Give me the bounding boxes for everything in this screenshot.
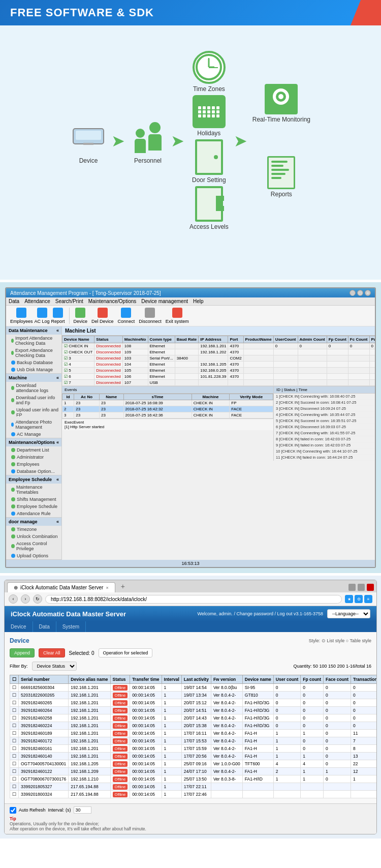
sidebar-upload-opts[interactable]: Upload Options (6, 552, 61, 559)
menu-icon[interactable]: ≡ (364, 595, 372, 603)
col-machine-no: MachineNo (122, 336, 148, 343)
table-row[interactable]: ☑ CHECK OUT Disconnected 109Ethernet 192… (62, 349, 375, 355)
minimize-btn[interactable]: _ (350, 290, 356, 296)
menu-data[interactable]: Data (9, 298, 19, 304)
sidebar-machine-header[interactable]: Machine« (6, 374, 61, 382)
web-table-row[interactable]: ☐3929182460265192.168.1.201 Offline 00:0… (10, 699, 377, 707)
sidebar-timetables[interactable]: Maintenance Timetables (6, 484, 61, 496)
refresh-btn[interactable]: ↻ (33, 594, 42, 604)
menu-device[interactable]: Device management (141, 298, 188, 304)
web-table-row[interactable]: ☐3929182460172192.168.1.201 Offline 00:0… (10, 737, 377, 745)
sidebar-maintenance-header[interactable]: Maintenance/Options« (6, 438, 61, 446)
browser-tab-active[interactable]: ⊕ iClock Automatic Data Master Server × (7, 582, 115, 592)
table-row[interactable]: ☑ CHECK IN Disconnected 108Ethernet 192.… (62, 343, 375, 349)
log-entry-5: 5 [CHECK IN] Succeed in conn: 16:35:51 0… (274, 418, 375, 424)
log-entry-8: 8 [CHECK IN] failed in conn: 16:42:03 07… (274, 436, 375, 442)
event-row[interactable]: 223232018-07-25 16:42:32CHECK INFACE (62, 406, 273, 412)
menu-maintenance[interactable]: Maintenance/Options (88, 298, 137, 304)
clear-all-btn[interactable]: Clear All (39, 648, 65, 657)
restore-browser[interactable] (358, 584, 365, 591)
device-btn[interactable]: Device (74, 308, 88, 324)
table-row[interactable]: ☑ 3 Disconnected 103Serial Port/...38400… (62, 355, 375, 362)
sidebar-usb[interactable]: Usb Disk Manage (6, 366, 61, 373)
filter-select[interactable]: Device Status (32, 662, 77, 671)
menu-attendance[interactable]: Attendance (24, 298, 50, 304)
sidebar-attendance-rule[interactable]: Attendance Rule (6, 510, 61, 517)
star-icon[interactable]: ★ (345, 595, 353, 603)
style-options: Style: ⊙ List style ○ Table style (309, 638, 371, 643)
sidebar-ac[interactable]: AC Manage (6, 431, 61, 438)
selected-count: Selected: 0 (69, 650, 94, 656)
table-row[interactable]: ☑ 4 Disconnected 104Ethernet 192.168.1.2… (62, 362, 375, 368)
web-table-row[interactable]: ☐3929182460161192.168.1.201 Offline 00:0… (10, 745, 377, 753)
sidebar-dept[interactable]: Department List (6, 446, 61, 454)
web-table-row[interactable]: ☐OGT708006707300176192.168.1.210 Offline… (10, 775, 377, 783)
sidebar-door-header[interactable]: door manage« (6, 518, 61, 526)
sidebar-download-logs[interactable]: Download attendance logs (6, 382, 61, 394)
table-row[interactable]: ☑ 7 Disconnected 107USB 3204 (62, 380, 375, 386)
sidebar-upload-user[interactable]: Upload user info and FP (6, 406, 61, 418)
web-table-row[interactable]: ☐3929182460140192.168.1.201 Offline 00:0… (10, 753, 377, 760)
report-tab[interactable]: Report (51, 308, 65, 324)
forward-btn[interactable]: › (21, 594, 30, 604)
sidebar-shifts[interactable]: Shifts Management (6, 496, 61, 503)
close-btn[interactable]: × (365, 290, 371, 296)
url-input[interactable] (45, 595, 342, 604)
sidebar-emp-schedule[interactable]: Employee Schedule (6, 503, 61, 510)
del-device-btn[interactable]: Del Device (91, 308, 114, 324)
language-select[interactable]: --Language-- (327, 609, 370, 618)
tab-close[interactable]: × (106, 585, 108, 590)
sidebar-emp-schedule-header[interactable]: Employee Schedule« (6, 475, 61, 484)
menu-help[interactable]: Help (193, 298, 204, 304)
employees-tab[interactable]: Employees (10, 308, 33, 324)
web-table-row[interactable]: ☐3399201800324217.65.194.88 Offline 00:0… (10, 791, 377, 798)
web-table-row[interactable]: ☐3929182460189192.168.1.201 Offline 00:0… (10, 730, 377, 737)
web-nav-data[interactable]: Data (33, 621, 56, 632)
exit-system-btn[interactable]: Exit system (166, 308, 189, 324)
auto-refresh-checkbox[interactable] (10, 807, 16, 814)
disconnect-btn[interactable]: Disconnect (139, 308, 162, 324)
minimize-browser[interactable] (348, 584, 356, 591)
web-table-row[interactable]: ☐3929182460122192.168.1.209 Offline 00:0… (10, 768, 377, 775)
sidebar-access-priv[interactable]: Access Control Privilege (6, 540, 61, 552)
aclog-tab[interactable]: AC Log (35, 308, 50, 324)
sidebar-export[interactable]: Export Attendance Checking Data (6, 347, 61, 359)
event-row[interactable]: 123232018-07-25 16:08:39CHECK INFP (62, 400, 273, 406)
center-item-reports: Reports (267, 156, 295, 198)
append-btn[interactable]: Append (10, 648, 35, 657)
web-table-row[interactable]: ☐3399201805327217.65.194.88 Offline 00:0… (10, 783, 377, 791)
new-tab-btn[interactable]: + (117, 580, 129, 592)
sidebar-employees[interactable]: Employees (6, 461, 61, 468)
web-table-row[interactable]: ☐66691825600304192.168.1.201 Offline 00:… (10, 684, 377, 692)
web-table-row[interactable]: ☐3929182460258192.168.1.201 Offline 00:0… (10, 714, 377, 722)
sidebar-import[interactable]: Import Attendance Checking Data (6, 335, 61, 347)
title-bar-buttons[interactable]: _ □ × (350, 290, 371, 296)
web-table-row[interactable]: ☐52031822600265192.168.1.201 Offline 00:… (10, 692, 377, 699)
sidebar-data-header[interactable]: Data Maintenance« (6, 326, 61, 335)
table-row[interactable]: ☑ 5 Disconnected 105Ethernet 192.168.0.2… (62, 368, 375, 374)
web-nav-device[interactable]: Device (5, 621, 33, 632)
interval-input[interactable] (74, 806, 91, 814)
sidebar-timezone[interactable]: Timezone (6, 526, 61, 533)
connect-btn[interactable]: Connect (118, 308, 135, 324)
web-nav-system[interactable]: System (56, 621, 86, 632)
sidebar-photo[interactable]: Attendance Photo Management (6, 418, 61, 431)
menu-search[interactable]: Search/Print (55, 298, 83, 304)
close-browser[interactable] (367, 584, 374, 591)
sidebar-backup[interactable]: Backup Database (6, 359, 61, 366)
sidebar: Data Maintenance« Import Attendance Chec… (6, 326, 62, 560)
web-table-row[interactable]: ☐3929182460264192.168.1.201 Offline 00:0… (10, 707, 377, 714)
settings-icon[interactable]: ⚙ (355, 595, 363, 603)
operation-btn[interactable]: Operation for selected (99, 648, 153, 657)
event-row[interactable]: 323232018-07-25 16:42:36CHECK INFACE (62, 412, 273, 418)
menu-bar[interactable]: Data Attendance Search/Print Maintenance… (6, 297, 375, 306)
sidebar-unlock[interactable]: Unlock Combination (6, 533, 61, 540)
table-row[interactable]: ☑ 6 Disconnected 106Ethernet 101.81.228.… (62, 374, 375, 380)
web-table-row[interactable]: ☐OGT704005704130001192.168.1.205 Offline… (10, 760, 377, 768)
maximize-btn[interactable]: □ (357, 290, 363, 296)
sidebar-admin[interactable]: Administrator (6, 454, 61, 461)
sidebar-download-user[interactable]: Download user info and Fp (6, 394, 61, 406)
web-table-row[interactable]: ☐3929182460224192.168.1.201 Offline 00:0… (10, 722, 377, 730)
sidebar-db[interactable]: Database Option... (6, 468, 61, 475)
back-btn[interactable]: ‹ (9, 594, 18, 604)
